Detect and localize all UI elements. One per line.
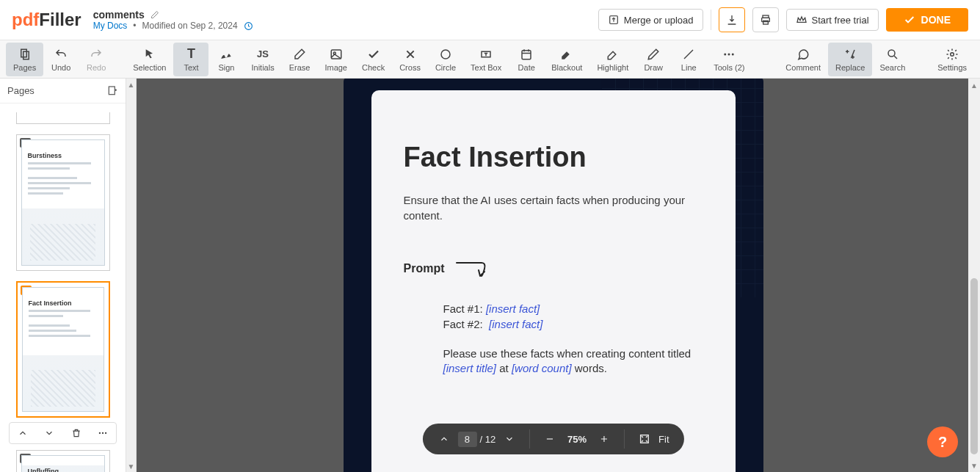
scrollbar-thumb[interactable] (970, 278, 978, 454)
edit-title-icon[interactable] (150, 10, 159, 19)
start-trial-button[interactable]: Start free trial (786, 9, 879, 31)
download-button[interactable] (719, 7, 745, 32)
tool-settings[interactable]: Settings (930, 43, 974, 76)
page-content[interactable]: Fact Insertion Ensure that the AI uses c… (371, 90, 736, 472)
page-thumb-6-partial[interactable] (16, 112, 110, 124)
move-down-button[interactable] (41, 425, 57, 441)
delete-page-button[interactable] (68, 425, 84, 441)
tool-erase[interactable]: Erase (282, 43, 318, 76)
zoom-bar: 8 / 12 75% Fit (422, 424, 683, 454)
tool-redo[interactable]: Redo (79, 43, 114, 76)
page-thumb-7[interactable]: 7 Burstiness (16, 134, 110, 271)
tool-blackout[interactable]: Blackout (544, 43, 589, 76)
tool-highlight[interactable]: Highlight (589, 43, 636, 76)
hand-arrow-icon (455, 260, 495, 277)
tool-image[interactable]: Image (317, 43, 355, 76)
tool-initials[interactable]: JSInitials (244, 43, 281, 76)
page-number-input[interactable]: 8 (457, 432, 476, 447)
tool-highlight-label: Highlight (597, 63, 628, 72)
fact1-placeholder: [insert fact] (486, 302, 540, 315)
move-up-button[interactable] (15, 425, 31, 441)
zoombar-divider (624, 429, 625, 449)
tool-undo[interactable]: Undo (43, 43, 79, 76)
tool-pages[interactable]: Pages (6, 43, 43, 76)
textbox-icon (479, 47, 493, 62)
thumbnails-list[interactable]: 7 Burstiness 8 Fact Insertion (0, 104, 126, 472)
tool-sign[interactable]: Sign (208, 43, 244, 76)
modified-date: Modified on Sep 2, 2024 (142, 21, 238, 31)
line-icon (682, 47, 695, 62)
tool-comment[interactable]: Comment (778, 43, 828, 76)
next-page-button[interactable] (498, 428, 520, 450)
canvas-scrollbar[interactable]: ▲ ▼ (968, 79, 980, 472)
mydocs-link[interactable]: My Docs (93, 21, 128, 31)
tool-textbox-label: Text Box (471, 63, 501, 72)
tool-textbox[interactable]: Text Box (463, 43, 509, 76)
brand-logo: pdfFiller (12, 10, 81, 30)
crown-icon (796, 14, 807, 26)
page-thumb-9[interactable]: 9 Unfluffing (16, 450, 110, 472)
tool-check-label: Check (362, 63, 385, 72)
help-button[interactable]: ? (927, 426, 958, 457)
done-label: DONE (921, 14, 951, 26)
scroll-down-icon[interactable]: ▼ (968, 459, 980, 472)
tool-line[interactable]: Line (671, 43, 706, 76)
tool-undo-label: Undo (51, 63, 70, 72)
prev-page-button[interactable] (432, 428, 454, 450)
history-icon[interactable] (244, 21, 253, 31)
page-more-button[interactable] (95, 425, 111, 441)
tool-settings-label: Settings (937, 63, 967, 72)
scroll-up-icon[interactable]: ▲ (968, 79, 980, 92)
tool-line-label: Line (681, 63, 697, 72)
upload-icon (608, 14, 620, 26)
tool-erase-label: Erase (289, 63, 311, 72)
tool-text[interactable]: TText (173, 43, 208, 76)
sign-icon (219, 47, 233, 62)
fit-button[interactable]: Fit (658, 434, 673, 445)
tool-replace[interactable]: Replace (828, 43, 872, 76)
tool-circle[interactable]: Circle (428, 43, 463, 76)
tool-date[interactable]: Date (509, 43, 544, 76)
tool-selection[interactable]: Selection (126, 43, 173, 76)
trial-label: Start free trial (812, 15, 869, 26)
facts-block: Fact #1: [insert fact] Fact #2: [insert … (443, 302, 703, 377)
text-icon: T (187, 47, 195, 62)
svg-point-16 (951, 52, 954, 56)
sidebar-header: Pages (0, 79, 126, 104)
page-thumb-8[interactable]: 8 Fact Insertion (16, 281, 110, 418)
sidebar-scrollbar[interactable]: ▲ ▼ (126, 79, 137, 472)
tool-cross-label: Cross (399, 63, 421, 72)
fact1-label: Fact #1: (443, 302, 483, 315)
tool-cross[interactable]: Cross (392, 43, 428, 76)
doc-info: comments My Docs • Modified on Sep 2, 20… (93, 9, 253, 31)
tool-image-label: Image (324, 63, 347, 72)
svg-rect-11 (522, 50, 531, 59)
thumb-controls (9, 422, 117, 444)
tool-search[interactable]: Search (872, 43, 912, 76)
print-button[interactable] (752, 7, 779, 32)
tool-more[interactable]: Tools (2) (706, 43, 752, 76)
replace-icon (843, 47, 857, 62)
gear-icon (945, 47, 959, 62)
doc-title: comments (93, 9, 145, 21)
meta-sep: • (133, 21, 136, 31)
tool-draw[interactable]: Draw (636, 43, 671, 76)
zoombar-divider (529, 429, 530, 449)
add-page-icon[interactable] (106, 85, 118, 97)
svg-point-15 (888, 50, 895, 57)
merge-upload-button[interactable]: Merge or upload (598, 9, 703, 31)
svg-point-19 (102, 432, 104, 434)
main-toolbar: Pages Undo Redo Selection TText Sign JSI… (0, 40, 980, 79)
undo-icon (54, 47, 68, 62)
scroll-up-icon[interactable]: ▲ (126, 79, 136, 90)
zoom-out-button[interactable] (539, 428, 561, 450)
editor-canvas[interactable]: Fact Insertion Ensure that the AI uses c… (126, 79, 980, 472)
redo-icon (90, 47, 103, 62)
svg-point-9 (441, 50, 450, 59)
scroll-down-icon[interactable]: ▼ (126, 460, 136, 472)
done-button[interactable]: DONE (886, 8, 968, 32)
zoom-in-button[interactable] (593, 428, 615, 450)
app-header: pdfFiller comments My Docs • Modified on… (0, 0, 980, 40)
tool-check[interactable]: Check (355, 43, 392, 76)
page-title: Fact Insertion (404, 142, 703, 173)
